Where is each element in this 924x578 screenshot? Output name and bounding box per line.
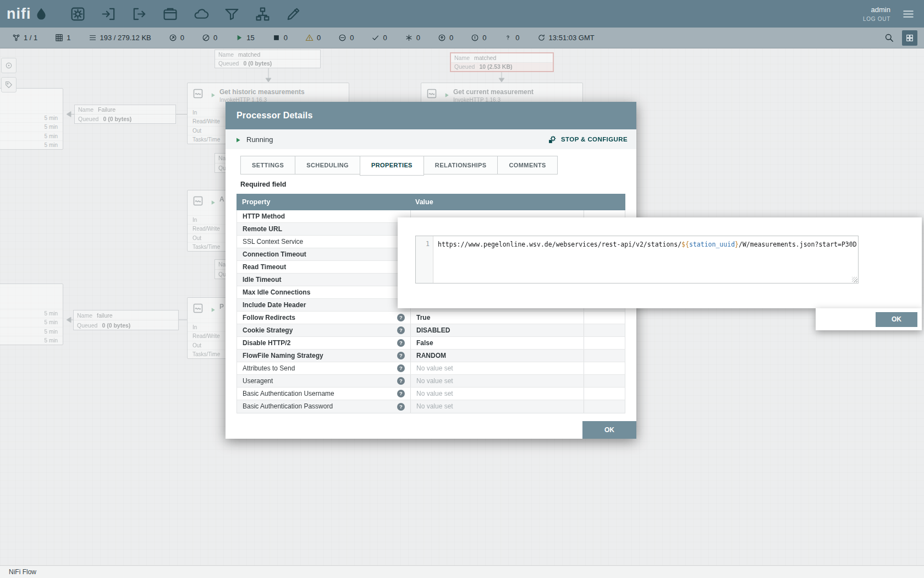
property-name-cell: SSL Context Service [237, 236, 410, 248]
connection-label-matched-1[interactable]: Namematched Queued0 (0 bytes) [215, 50, 321, 68]
settings-button[interactable] [902, 30, 917, 46]
editor-text[interactable]: https://www.pegelonline.wsv.de/webservic… [433, 236, 858, 283]
circle-tool-button[interactable] [1, 58, 16, 73]
current-user: admin [863, 6, 890, 14]
stopped-icon [272, 34, 280, 42]
help-icon[interactable]: ? [397, 403, 405, 411]
tab-scheduling[interactable]: SCHEDULING [295, 156, 360, 175]
property-extra-cell [584, 388, 625, 400]
property-name-cell: Include Date Header [237, 299, 410, 311]
template-icon[interactable] [255, 6, 271, 22]
status-value: 13:51:03 GMT [549, 34, 595, 42]
help-icon[interactable]: ? [397, 364, 405, 372]
dialog-ok-button[interactable]: OK [582, 421, 636, 439]
stopped-status: 0 [272, 34, 288, 42]
stop-and-configure-button[interactable]: STOP & CONFIGURE [548, 135, 628, 144]
process-group-icon[interactable] [162, 6, 178, 22]
property-value[interactable]: No value set [410, 375, 584, 387]
status-value: 0 [515, 34, 519, 42]
dialog-tabs: SETTINGSSCHEDULINGPROPERTIESRELATIONSHIP… [240, 156, 557, 175]
property-row: Useragent?No value set [237, 375, 625, 388]
processor-type-icon [193, 303, 204, 314]
processor-type-icon [426, 88, 437, 99]
property-extra-cell [584, 337, 625, 349]
run-status-text: Running [246, 135, 273, 144]
property-name: Disable HTTP/2 [243, 337, 290, 350]
property-name-cell: Connection Timeout [237, 248, 410, 260]
search-icon[interactable] [884, 32, 894, 43]
locally-modified-status: 0 [405, 34, 420, 42]
property-extra-cell [584, 324, 625, 336]
property-name-cell: Cookie Strategy? [237, 324, 410, 336]
tab-settings[interactable]: SETTINGS [240, 156, 295, 175]
disabled-icon [338, 34, 346, 42]
property-name: Connection Timeout [243, 248, 306, 261]
status-bar-right [884, 30, 917, 46]
value-editor[interactable]: 1 https://www.pegelonline.wsv.de/webserv… [415, 236, 859, 283]
property-name: Cookie Strategy [243, 324, 293, 337]
property-name-cell: FlowFile Naming Strategy? [237, 350, 410, 362]
status-items: 1 / 11193 / 279.12 KB00150000000013:51:0… [12, 34, 595, 42]
dialog-status-row: Running STOP & CONFIGURE [226, 129, 636, 149]
stat-row: 5 min [0, 318, 63, 326]
property-value[interactable]: True [410, 312, 584, 324]
property-name: Follow Redirects [243, 312, 295, 324]
property-name: Max Idle Connections [243, 286, 310, 299]
processor-partial-left-2[interactable]: 5 min 5 min 5 min 5 min [0, 283, 63, 345]
refresh-status[interactable]: 13:51:03 GMT [537, 34, 595, 42]
tab-properties[interactable]: PROPERTIES [360, 156, 424, 176]
status-value: 0 [482, 34, 486, 42]
tag-tool-button[interactable] [1, 77, 16, 92]
help-icon[interactable]: ? [397, 339, 405, 347]
property-value[interactable]: RANDOM [410, 350, 584, 362]
property-name: Include Date Header [243, 299, 306, 312]
running-status-icon [234, 136, 241, 143]
property-value[interactable]: No value set [410, 362, 584, 374]
threads-icon [55, 34, 63, 42]
stale-icon [438, 34, 446, 42]
status-value: 0 [416, 34, 420, 42]
stat-row: 5 min [0, 132, 63, 140]
property-value[interactable]: DISABLED [410, 324, 584, 336]
property-name: Attributes to Send [243, 362, 295, 375]
property-value[interactable]: No value set [410, 400, 584, 413]
tab-relationships[interactable]: RELATIONSHIPS [424, 156, 498, 175]
hamburger-menu-icon[interactable] [901, 7, 915, 21]
input-port-icon[interactable] [101, 6, 117, 22]
processor-icon[interactable] [70, 6, 86, 22]
property-name-cell: Read Timeout [237, 261, 410, 273]
help-icon[interactable]: ? [397, 326, 405, 334]
property-value[interactable]: No value set [410, 388, 584, 400]
label-icon[interactable] [285, 6, 301, 22]
el-close: } [735, 241, 739, 248]
help-icon[interactable]: ? [397, 377, 405, 385]
help-icon[interactable]: ? [397, 390, 405, 397]
connection-label-failure-1[interactable]: NameFailure Queued0 (0 bytes) [74, 105, 176, 124]
tab-comments[interactable]: COMMENTS [497, 156, 557, 175]
help-icon[interactable]: ? [397, 314, 405, 321]
breadcrumb[interactable]: NiFi Flow [0, 568, 36, 576]
status-value: 15 [246, 34, 254, 42]
connection-label-failure-2[interactable]: Namefailure Queued0 (0 bytes) [73, 310, 179, 330]
output-port-icon[interactable] [131, 6, 147, 22]
funnel-icon[interactable] [224, 6, 240, 22]
property-name-cell: Attributes to Send? [237, 362, 410, 374]
stat-row: 5 min [0, 140, 63, 149]
editor-ok-button[interactable]: OK [876, 312, 917, 327]
connection-label-matched-2[interactable]: Namematched Queued10 (2.53 KB) [450, 52, 554, 72]
remote-process-group-icon[interactable] [193, 6, 209, 22]
resize-handle[interactable] [852, 277, 857, 282]
cluster-icon [12, 34, 20, 42]
stale-status: 0 [438, 34, 453, 42]
tag-icon [4, 80, 13, 89]
logout-link[interactable]: LOG OUT [863, 16, 890, 22]
status-value: 0 [213, 34, 217, 42]
up-to-date-icon [371, 34, 380, 42]
queue-icon [89, 34, 97, 42]
status-value: 193 / 279.12 KB [100, 34, 151, 42]
property-value[interactable]: False [410, 337, 584, 349]
processor-partial-left-1[interactable]: 5 min 5 min 5 min 5 min [0, 88, 63, 150]
processor-title: Get historic measurements [219, 88, 305, 96]
help-icon[interactable]: ? [397, 352, 405, 359]
queue-status: 193 / 279.12 KB [89, 34, 151, 42]
